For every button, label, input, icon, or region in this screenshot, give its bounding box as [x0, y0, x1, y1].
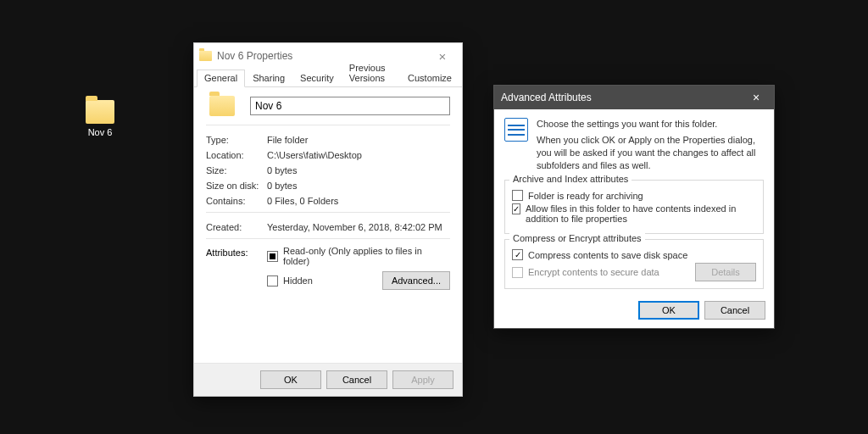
tab-customize[interactable]: Customize	[400, 70, 459, 86]
properties-titlebar[interactable]: Nov 6 Properties ×	[194, 43, 462, 69]
properties-dialog: Nov 6 Properties × General Sharing Secur…	[193, 42, 463, 397]
tab-general[interactable]: General	[197, 70, 245, 87]
archive-index-group: Archive and Index attributes Folder is r…	[504, 180, 764, 234]
folder-icon	[209, 96, 235, 116]
advanced-intro: Choose the settings you want for this fo…	[537, 118, 764, 171]
properties-footer: OK Cancel Apply	[194, 363, 462, 396]
checkbox-icon	[512, 267, 523, 278]
tab-sharing[interactable]: Sharing	[245, 70, 292, 86]
folder-icon	[86, 100, 114, 124]
index-label: Allow files in this folder to have conte…	[526, 203, 756, 224]
type-value: File folder	[267, 135, 450, 145]
checkbox-icon	[512, 190, 523, 201]
archive-index-legend: Archive and Index attributes	[509, 174, 632, 184]
archive-checkbox[interactable]: Folder is ready for archiving	[512, 190, 756, 201]
archive-label: Folder is ready for archiving	[528, 191, 643, 201]
readonly-label: Read-only (Only applies to files in fold…	[283, 246, 450, 266]
location-value: C:\Users\fatiw\Desktop	[267, 150, 450, 160]
compress-checkbox[interactable]: Compress contents to save disk space	[512, 249, 756, 260]
ok-button[interactable]: OK	[638, 301, 699, 320]
created-value: Yesterday, November 6, 2018, 8:42:02 PM	[267, 222, 450, 232]
attributes-label: Attributes:	[206, 246, 267, 258]
desktop-folder[interactable]: Nov 6	[73, 100, 127, 137]
ok-button[interactable]: OK	[260, 370, 321, 389]
tab-previous-versions[interactable]: Previous Versions	[342, 59, 400, 86]
compress-encrypt-group: Compress or Encrypt attributes Compress …	[504, 239, 764, 289]
tabs: General Sharing Security Previous Versio…	[194, 69, 462, 87]
compress-encrypt-legend: Compress or Encrypt attributes	[509, 233, 645, 243]
size-on-disk-value: 0 bytes	[267, 181, 450, 191]
checkbox-icon	[267, 251, 278, 262]
checkbox-icon	[512, 249, 523, 260]
checkbox-icon	[267, 275, 278, 287]
attributes-icon	[504, 118, 528, 142]
index-checkbox[interactable]: Allow files in this folder to have conte…	[512, 203, 756, 224]
cancel-button[interactable]: Cancel	[326, 370, 387, 389]
advanced-title: Advanced Attributes	[501, 92, 745, 103]
details-button[interactable]: Details	[695, 263, 756, 281]
tab-security[interactable]: Security	[292, 70, 342, 86]
general-tab-body: Type:File folder Location:C:\Users\fatiw…	[194, 87, 462, 363]
size-value: 0 bytes	[267, 165, 450, 175]
advanced-button[interactable]: Advanced...	[382, 271, 450, 290]
advanced-footer: OK Cancel	[494, 292, 774, 328]
desktop-folder-label: Nov 6	[88, 127, 113, 137]
close-icon[interactable]: ×	[745, 91, 767, 104]
readonly-checkbox[interactable]: Read-only (Only applies to files in fold…	[267, 246, 450, 266]
hidden-label: Hidden	[283, 275, 313, 286]
folder-icon	[199, 51, 212, 61]
created-label: Created:	[206, 222, 267, 232]
close-icon[interactable]: ×	[428, 49, 457, 64]
folder-name-input[interactable]	[250, 97, 450, 115]
hidden-checkbox[interactable]: Hidden	[267, 275, 313, 287]
location-label: Location:	[206, 150, 267, 160]
encrypt-label: Encrypt contents to secure data	[528, 267, 659, 277]
contains-label: Contains:	[206, 196, 267, 206]
advanced-attributes-dialog: Advanced Attributes × Choose the setting…	[493, 85, 775, 329]
compress-label: Compress contents to save disk space	[528, 250, 687, 260]
size-on-disk-label: Size on disk:	[206, 181, 267, 191]
encrypt-checkbox: Encrypt contents to secure data	[512, 267, 659, 278]
apply-button[interactable]: Apply	[392, 370, 453, 389]
contains-value: 0 Files, 0 Folders	[267, 196, 450, 206]
checkbox-icon	[512, 203, 520, 214]
type-label: Type:	[206, 135, 267, 145]
intro-line-2: When you click OK or Apply on the Proper…	[537, 134, 764, 172]
size-label: Size:	[206, 165, 267, 175]
cancel-button[interactable]: Cancel	[704, 301, 765, 320]
advanced-titlebar[interactable]: Advanced Attributes ×	[494, 86, 774, 109]
intro-line-1: Choose the settings you want for this fo…	[537, 118, 764, 131]
